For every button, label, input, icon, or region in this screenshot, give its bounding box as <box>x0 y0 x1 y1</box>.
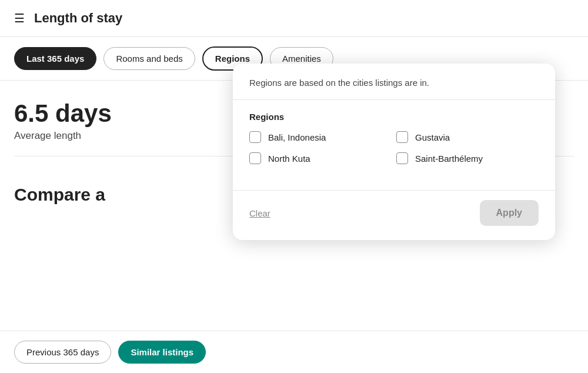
region-item-saint-barthelemy[interactable]: Saint-Barthélemy <box>396 152 539 164</box>
dropdown-info-text: Regions are based on the cities listings… <box>233 64 555 100</box>
checkbox-gustavia[interactable] <box>396 131 408 143</box>
dropdown-body: Regions Bali, Indonesia Gustavia North K… <box>233 100 555 188</box>
dropdown-section-title: Regions <box>249 112 539 122</box>
checkbox-saint-barthelemy[interactable] <box>396 152 408 164</box>
dropdown-footer: Clear Apply <box>233 200 555 240</box>
regions-dropdown: Regions are based on the cities listings… <box>233 64 555 240</box>
dropdown-divider <box>233 190 555 191</box>
page-title: Length of stay <box>34 11 122 26</box>
similar-listings-button[interactable]: Similar listings <box>118 341 206 364</box>
clear-button[interactable]: Clear <box>249 208 270 218</box>
hamburger-icon[interactable]: ☰ <box>14 11 25 25</box>
region-item-gustavia[interactable]: Gustavia <box>396 131 539 143</box>
compare-label: Compare a <box>14 185 105 204</box>
checkbox-bali[interactable] <box>249 131 261 143</box>
tab-last365[interactable]: Last 365 days <box>14 47 96 70</box>
header: ☰ Length of stay <box>0 0 588 37</box>
region-label-north-kuta: North Kuta <box>268 154 310 164</box>
region-item-bali[interactable]: Bali, Indonesia <box>249 131 392 143</box>
tab-rooms-beds[interactable]: Rooms and beds <box>103 47 195 70</box>
previous-365-button[interactable]: Previous 365 days <box>14 341 111 364</box>
region-label-bali: Bali, Indonesia <box>268 132 326 142</box>
region-item-north-kuta[interactable]: North Kuta <box>249 152 392 164</box>
region-label-saint-barthelemy: Saint-Barthélemy <box>415 154 483 164</box>
region-label-gustavia: Gustavia <box>415 132 450 142</box>
bottom-bar: Previous 365 days Similar listings <box>0 331 588 373</box>
apply-button[interactable]: Apply <box>480 200 539 226</box>
checkbox-north-kuta[interactable] <box>249 152 261 164</box>
regions-grid: Bali, Indonesia Gustavia North Kuta Sain… <box>249 131 539 164</box>
